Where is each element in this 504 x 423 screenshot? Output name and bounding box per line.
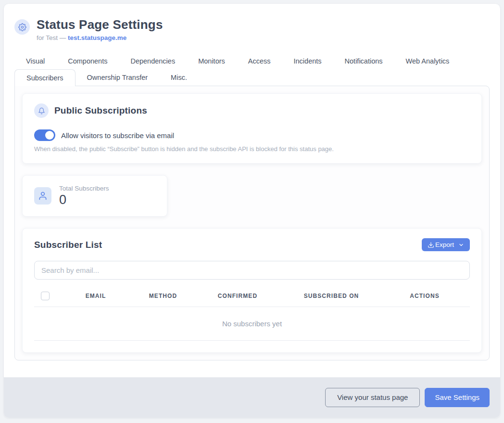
total-subscribers-card: Total Subscribers 0 bbox=[22, 175, 167, 217]
save-settings-button[interactable]: Save Settings bbox=[425, 388, 490, 407]
export-button-label: Export bbox=[435, 241, 454, 248]
subscriber-list-title: Subscriber List bbox=[34, 240, 102, 250]
tab-visual[interactable]: Visual bbox=[14, 53, 56, 69]
subscriber-list-card: Subscriber List Export bbox=[22, 228, 482, 353]
page-header: Status Page Settings for Test — test.sta… bbox=[4, 4, 500, 53]
column-header-subscribed-on: SUBSCRIBED ON bbox=[283, 293, 379, 299]
tabs-row-1: Visual Components Dependencies Monitors … bbox=[14, 53, 490, 69]
download-icon bbox=[428, 242, 434, 248]
tab-dependencies[interactable]: Dependencies bbox=[119, 53, 187, 69]
page-subtitle: for Test — test.statuspage.me bbox=[37, 34, 163, 41]
user-icon bbox=[34, 187, 51, 205]
tab-components[interactable]: Components bbox=[56, 53, 119, 69]
public-subscriptions-header: Public Subscriptions bbox=[34, 103, 470, 118]
toggle-knob bbox=[45, 131, 54, 140]
toggle-helper-text: When disabled, the public “Subscribe” bu… bbox=[34, 145, 470, 153]
tab-monitors[interactable]: Monitors bbox=[187, 53, 237, 69]
subtitle-prefix: for Test — bbox=[37, 34, 68, 41]
tab-ownership-transfer[interactable]: Ownership Transfer bbox=[76, 69, 160, 86]
stat-text: Total Subscribers 0 bbox=[59, 185, 109, 207]
tabs: Visual Components Dependencies Monitors … bbox=[4, 53, 500, 86]
tab-incidents[interactable]: Incidents bbox=[282, 53, 333, 69]
empty-state-message: No subscribers yet bbox=[34, 307, 470, 341]
column-header-email: EMAIL bbox=[57, 293, 134, 299]
status-page-link[interactable]: test.statuspage.me bbox=[68, 34, 126, 41]
view-status-page-button[interactable]: View your status page bbox=[325, 388, 420, 407]
subscriber-list-header: Subscriber List Export bbox=[34, 238, 470, 251]
column-header-confirmed: CONFIRMED bbox=[192, 293, 283, 299]
tab-access[interactable]: Access bbox=[237, 53, 282, 69]
tab-misc[interactable]: Misc. bbox=[159, 69, 199, 86]
search-input[interactable] bbox=[34, 261, 470, 280]
tab-web-analytics[interactable]: Web Analytics bbox=[394, 53, 461, 69]
toggle-label: Allow visitors to subscribe via email bbox=[61, 131, 174, 140]
stat-label: Total Subscribers bbox=[59, 185, 109, 192]
settings-window: Status Page Settings for Test — test.sta… bbox=[4, 4, 500, 418]
stat-value: 0 bbox=[59, 192, 109, 207]
subscribers-panel: Public Subscriptions Allow visitors to s… bbox=[14, 86, 490, 360]
header-text: Status Page Settings for Test — test.sta… bbox=[37, 16, 163, 41]
chevron-down-icon bbox=[458, 242, 464, 248]
page-title: Status Page Settings bbox=[37, 16, 163, 33]
tab-subscribers[interactable]: Subscribers bbox=[14, 69, 76, 86]
subscribe-toggle[interactable] bbox=[34, 129, 55, 141]
footer-action-bar: View your status page Save Settings bbox=[4, 377, 500, 418]
section-title: Public Subscriptions bbox=[54, 105, 147, 116]
export-button[interactable]: Export bbox=[422, 238, 470, 251]
bell-icon bbox=[34, 103, 49, 118]
select-all-checkbox[interactable] bbox=[41, 292, 50, 300]
tab-notifications[interactable]: Notifications bbox=[333, 53, 394, 69]
column-header-actions: ACTIONS bbox=[379, 293, 470, 299]
gear-icon bbox=[14, 19, 30, 35]
tabs-row-2: Subscribers Ownership Transfer Misc. bbox=[14, 69, 490, 86]
subscriber-table-header: EMAIL METHOD CONFIRMED SUBSCRIBED ON ACT… bbox=[34, 287, 470, 307]
public-subscriptions-card: Public Subscriptions Allow visitors to s… bbox=[22, 93, 482, 164]
subscribe-toggle-row: Allow visitors to subscribe via email bbox=[34, 129, 470, 141]
column-header-method: METHOD bbox=[134, 293, 192, 299]
